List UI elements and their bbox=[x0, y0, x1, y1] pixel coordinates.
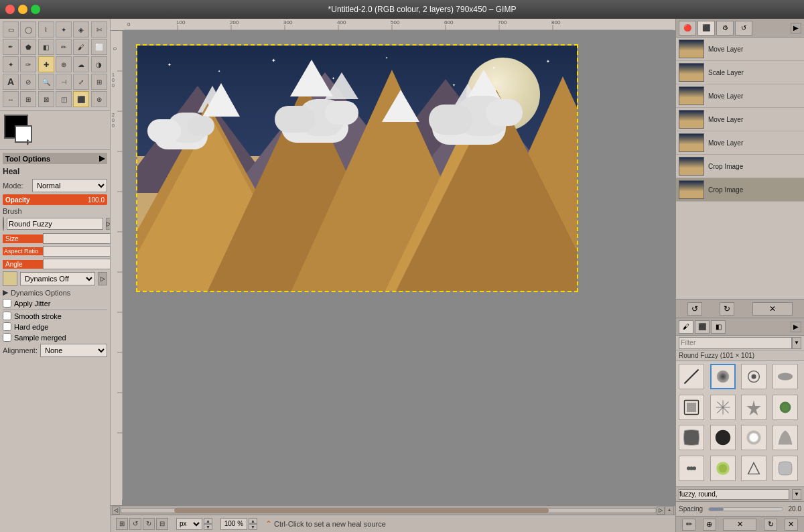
tool-scissors[interactable]: ✄ bbox=[91, 21, 107, 38]
tool-heal[interactable]: ✚ bbox=[38, 56, 54, 72]
minimize-button[interactable] bbox=[18, 5, 27, 14]
right-top-expand[interactable]: ▶ bbox=[791, 23, 801, 34]
scroll-corner-btn[interactable]: + bbox=[665, 506, 674, 515]
tool-extra1[interactable]: ↔ bbox=[3, 91, 19, 107]
spacing-slider[interactable] bbox=[708, 507, 783, 511]
zoom-down[interactable]: ▼ bbox=[249, 524, 257, 530]
layer-item[interactable]: Move Layer bbox=[676, 108, 804, 131]
canvas-container[interactable]: ✦ ✦ ✦ ✦ ✦ ✦ ✦ ✦ bbox=[123, 31, 675, 505]
tool-lasso[interactable]: ⌇ bbox=[38, 21, 54, 38]
unit-select[interactable]: px mm in bbox=[176, 518, 202, 530]
brush-cell[interactable] bbox=[773, 395, 798, 420]
tool-pencil[interactable]: ✏ bbox=[56, 39, 72, 55]
tool-color-picker[interactable]: ⊘ bbox=[20, 74, 36, 90]
apply-jitter-checkbox[interactable] bbox=[3, 299, 11, 308]
tab-history[interactable]: 🔴 bbox=[679, 21, 696, 36]
layer-item[interactable]: Scale Layer bbox=[676, 61, 804, 84]
aspect-ratio-input[interactable] bbox=[43, 246, 110, 257]
scrollbar-horizontal[interactable]: ◁ ▷ + bbox=[111, 505, 675, 515]
brush-cell[interactable] bbox=[679, 425, 704, 450]
tool-options-expand[interactable]: ▶ bbox=[99, 154, 105, 163]
tab-layers[interactable]: ⬛ bbox=[697, 21, 715, 36]
dynamics-options-btn[interactable]: ▷ bbox=[98, 272, 107, 285]
nav-next-btn[interactable]: ↻ bbox=[143, 518, 155, 530]
layer-item[interactable]: Move Layer bbox=[676, 84, 804, 108]
brushes-tab-patterns[interactable]: ⬛ bbox=[695, 320, 710, 334]
brushes-search-input[interactable] bbox=[679, 489, 789, 500]
tool-extra3[interactable]: ⊠ bbox=[38, 91, 54, 107]
tool-text[interactable]: A bbox=[3, 74, 19, 90]
brushes-pencil-btn[interactable]: ✏ bbox=[682, 519, 695, 531]
brushes-tab-brushes[interactable]: 🖌 bbox=[679, 320, 693, 334]
angle-input[interactable] bbox=[43, 259, 110, 269]
tool-eraser[interactable]: ⬜ bbox=[91, 39, 107, 55]
nav-first-btn[interactable]: ⊞ bbox=[116, 518, 128, 530]
brush-cell[interactable] bbox=[773, 456, 798, 481]
tool-rect-select[interactable]: ▭ bbox=[3, 21, 19, 38]
zoom-input[interactable] bbox=[220, 518, 247, 530]
scrollbar-h-track[interactable] bbox=[120, 508, 657, 513]
hard-edge-checkbox[interactable] bbox=[3, 322, 11, 331]
window-controls[interactable] bbox=[5, 5, 40, 14]
layer-undo-btn[interactable]: ↺ bbox=[687, 302, 702, 316]
layer-item-active[interactable]: Crop Image bbox=[676, 178, 804, 202]
layer-redo-btn[interactable]: ↻ bbox=[720, 302, 734, 316]
brush-cell[interactable] bbox=[741, 425, 766, 450]
brush-cell[interactable] bbox=[679, 456, 704, 481]
dynamics-options-expand[interactable]: ▶ Dynamics Options bbox=[3, 288, 107, 297]
brushes-close-btn[interactable]: ✕ bbox=[785, 519, 798, 531]
tool-select-by-color[interactable]: ◈ bbox=[73, 21, 89, 38]
tool-dodge-burn[interactable]: ◑ bbox=[91, 56, 107, 72]
sample-merged-checkbox[interactable] bbox=[3, 333, 11, 342]
close-button[interactable] bbox=[5, 5, 15, 14]
brushes-filter-input[interactable] bbox=[679, 337, 792, 349]
brush-preview[interactable] bbox=[3, 216, 4, 231]
size-input[interactable] bbox=[43, 233, 110, 244]
maximize-button[interactable] bbox=[31, 5, 40, 14]
brushes-expand[interactable]: ▶ bbox=[791, 322, 801, 332]
layer-item[interactable]: Move Layer bbox=[676, 131, 804, 155]
search-arrow-btn[interactable]: ▼ bbox=[792, 489, 801, 500]
tool-ellipse-select[interactable]: ◯ bbox=[20, 21, 36, 38]
tool-smudge[interactable]: ☁ bbox=[73, 56, 89, 72]
alignment-select[interactable]: None Aligned Fixed bbox=[40, 344, 107, 357]
scroll-right-btn[interactable]: ▷ bbox=[657, 507, 665, 515]
brush-cell[interactable] bbox=[773, 425, 798, 450]
brushes-tab-gradients[interactable]: ◧ bbox=[711, 320, 726, 334]
tab-channels[interactable]: ⚙ bbox=[716, 21, 734, 36]
unit-down[interactable]: ▼ bbox=[204, 524, 212, 530]
tool-paths[interactable]: ✒ bbox=[3, 39, 19, 55]
brush-cell[interactable] bbox=[679, 395, 704, 420]
tool-extra6[interactable]: ⊛ bbox=[91, 91, 107, 107]
nav-last-btn[interactable]: ⊟ bbox=[156, 518, 168, 530]
tool-paint-bucket[interactable]: ⬟ bbox=[20, 39, 36, 55]
tool-airbrush[interactable]: ✦ bbox=[3, 56, 19, 72]
swap-colors[interactable]: ↕ bbox=[25, 136, 30, 147]
brush-cell[interactable] bbox=[710, 395, 736, 420]
tool-fuzzy-select[interactable]: ✦ bbox=[56, 21, 72, 38]
scroll-left-btn[interactable]: ◁ bbox=[112, 507, 120, 515]
layer-delete-btn[interactable]: ✕ bbox=[752, 302, 793, 316]
tool-extra4[interactable]: ◫ bbox=[56, 91, 72, 107]
brush-cell[interactable] bbox=[741, 364, 766, 389]
dynamics-select[interactable]: Dynamics Off Basic Dynamics bbox=[20, 272, 95, 285]
brush-cell[interactable] bbox=[710, 425, 736, 450]
tool-clone[interactable]: ⊕ bbox=[56, 56, 72, 72]
brushes-filter-arrow[interactable]: ▼ bbox=[792, 337, 801, 349]
brushes-delete-btn[interactable]: ✕ bbox=[723, 519, 756, 531]
layer-item[interactable]: Crop Image bbox=[676, 155, 804, 178]
tool-zoom[interactable]: 🔍 bbox=[38, 74, 54, 90]
tool-transform[interactable]: ⤢ bbox=[73, 74, 89, 90]
mode-select[interactable]: Normal Dissolve Multiply bbox=[32, 179, 107, 192]
unit-up[interactable]: ▲ bbox=[204, 518, 212, 524]
tool-extra5[interactable]: ⬛ bbox=[73, 91, 89, 107]
tool-blend[interactable]: ◧ bbox=[38, 39, 54, 55]
tool-measure[interactable]: ⊣ bbox=[56, 74, 72, 90]
brush-cell[interactable] bbox=[679, 364, 704, 389]
brush-cell[interactable] bbox=[741, 395, 766, 420]
tab-paths[interactable]: ↺ bbox=[735, 21, 752, 36]
brush-cell[interactable] bbox=[710, 456, 736, 481]
layer-item[interactable]: Move Layer bbox=[676, 38, 804, 61]
tool-extra2[interactable]: ⊞ bbox=[20, 91, 36, 107]
brushes-copy-btn[interactable]: ⊕ bbox=[703, 519, 716, 531]
